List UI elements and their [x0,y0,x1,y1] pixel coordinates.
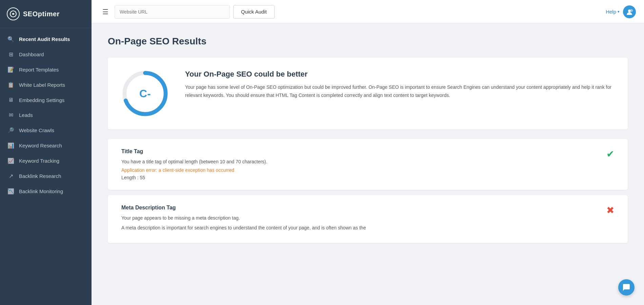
score-card: C- Your On-Page SEO could be better Your… [108,58,628,129]
sidebar-item-leads[interactable]: ✉ Leads [0,107,92,123]
help-button[interactable]: Help ▾ [606,9,620,15]
sidebar-item-label: Backlink Research [19,173,61,179]
sidebar-item-label: Embedding Settings [19,97,64,103]
sidebar: SEOptimer 🔍 Recent Audit Results ⊞ Dashb… [0,0,92,305]
content-area: On-Page SEO Results C- Your On-Page SEO … [92,24,644,305]
score-text: Your page has some level of On-Page SEO … [185,83,614,100]
keyword-research-icon: 📊 [7,142,14,149]
chevron-down-icon: ▾ [618,9,620,14]
user-avatar-button[interactable] [623,5,636,18]
sidebar-item-label: Keyword Tracking [19,158,59,164]
sidebar-item-label: Dashboard [19,52,44,57]
pass-icon: ✔ [606,148,614,160]
score-circle: C- [121,70,169,117]
backlink-monitoring-icon: 📉 [7,188,14,195]
result-text: Your page appears to be missing a meta d… [121,214,614,222]
sidebar-item-dashboard[interactable]: ⊞ Dashboard [0,47,92,62]
sidebar-item-recent-audit[interactable]: 🔍 Recent Audit Results [0,32,92,47]
sidebar-item-backlink-monitoring[interactable]: 📉 Backlink Monitoring [0,184,92,199]
score-description: Your On-Page SEO could be better Your pa… [185,70,614,100]
white-label-icon: 📋 [7,82,14,88]
sidebar-item-backlink-research[interactable]: ↗ Backlink Research [0,168,92,184]
sidebar-item-embedding[interactable]: 🖥 Embedding Settings [0,93,92,107]
sidebar-item-report-templates[interactable]: 📝 Report Templates [0,62,92,77]
logo-icon [7,7,20,20]
help-label: Help [606,9,616,15]
brand-name: SEOptimer [23,10,60,18]
sidebar-item-label: Recent Audit Results [19,36,70,42]
sidebar-item-white-label[interactable]: 📋 White Label Reports [0,77,92,93]
result-error: Application error: a client-side excepti… [121,167,614,173]
score-heading: Your On-Page SEO could be better [185,70,614,79]
quick-audit-button[interactable]: Quick Audit [233,5,275,19]
sidebar-logo: SEOptimer [0,0,92,28]
report-templates-icon: 📝 [7,66,14,73]
leads-icon: ✉ [7,112,14,118]
chat-button[interactable] [618,279,635,296]
embedding-icon: 🖥 [7,97,14,103]
sidebar-item-label: Keyword Research [19,143,62,148]
keyword-tracking-icon: 📈 [7,158,14,164]
sidebar-item-website-crawls[interactable]: 🔎 Website Crawls [0,123,92,138]
score-grade: C- [139,87,151,100]
search-icon: 🔍 [7,36,14,42]
sidebar-item-keyword-tracking[interactable]: 📈 Keyword Tracking [0,153,92,168]
main-area: ☰ Quick Audit Help ▾ On-Page SEO Results [92,0,644,305]
dashboard-icon: ⊞ [7,51,14,58]
sidebar-item-label: Report Templates [19,67,59,73]
result-text: You have a title tag of optimal length (… [121,158,614,165]
sidebar-navigation: 🔍 Recent Audit Results ⊞ Dashboard 📝 Rep… [0,28,92,202]
fail-icon: ✖ [606,205,614,216]
page-title: On-Page SEO Results [108,36,628,47]
sidebar-item-label: White Label Reports [19,82,65,88]
result-title: Meta Description Tag [121,205,614,211]
url-input[interactable] [115,5,230,19]
result-extra: A meta description is important for sear… [121,224,614,231]
backlink-research-icon: ↗ [7,173,14,179]
meta-description-result: ✖ Meta Description Tag Your page appears… [108,195,628,243]
result-title: Title Tag [121,148,614,155]
result-meta: Length : 55 [121,175,614,180]
crawls-icon: 🔎 [7,127,14,134]
sidebar-item-keyword-research[interactable]: 📊 Keyword Research [0,138,92,153]
sidebar-item-label: Website Crawls [19,127,54,133]
topbar: ☰ Quick Audit Help ▾ [92,0,644,24]
sidebar-item-label: Leads [19,112,33,118]
title-tag-result: ✔ Title Tag You have a title tag of opti… [108,139,628,190]
sidebar-item-label: Backlink Monitoring [19,188,63,194]
hamburger-button[interactable]: ☰ [100,6,111,17]
